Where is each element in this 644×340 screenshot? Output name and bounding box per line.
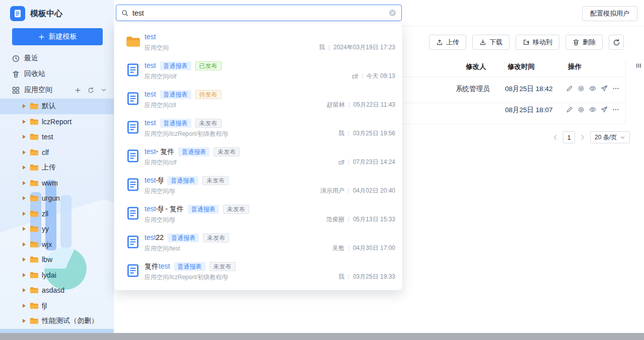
caret-right-icon[interactable] — [22, 150, 26, 155]
type-badge: 普通报表 — [160, 90, 191, 99]
app-space-actions — [75, 82, 107, 98]
caret-right-icon[interactable] — [22, 242, 26, 247]
tree-item-lbw[interactable]: lbw — [0, 252, 114, 268]
folder-tree: 默认 lczReport test clf 上传 — [0, 99, 114, 333]
search-result-folder[interactable]: test 应用空间 我 2024年03月19日 17:23 — [114, 28, 402, 56]
gear-icon[interactable] — [578, 106, 585, 113]
caret-right-icon[interactable] — [22, 318, 26, 323]
new-template-button[interactable]: 新建模板 — [12, 28, 103, 45]
caret-right-icon[interactable] — [22, 257, 26, 262]
more-actions-icon[interactable] — [612, 106, 619, 113]
row-actions — [566, 85, 619, 92]
sidebar-item-recent[interactable]: 最近 — [0, 51, 114, 66]
tree-item-zll[interactable]: zll — [0, 206, 114, 222]
caret-right-icon[interactable] — [22, 104, 26, 109]
column-settings-icon[interactable] — [635, 62, 642, 69]
divider — [348, 131, 349, 136]
publish-send-icon[interactable] — [601, 85, 608, 92]
result-meta: 吴敷 04月30日 17:00 — [332, 244, 395, 252]
caret-right-icon[interactable] — [22, 226, 26, 231]
search-result-report[interactable]: test 普通报表 已发布 应用空间/clf clf 今天 09:13 — [114, 56, 402, 85]
tree-item-fjl[interactable]: fjl — [0, 298, 114, 314]
tree-item-lydai[interactable]: lydai — [0, 268, 114, 283]
tree-item-default[interactable]: 默认 — [0, 99, 114, 114]
type-badge: 普通报表 — [178, 147, 209, 156]
tree-item-yy[interactable]: yy — [0, 221, 114, 237]
tree-item-label: 性能测试（勿删） — [42, 316, 98, 325]
status-badge: 未发布 — [202, 176, 229, 185]
search-result-report[interactable]: test 普通报表 未发布 应用空间/lczReport/初级教程/fjl 我 … — [114, 114, 402, 142]
caret-right-icon[interactable] — [22, 273, 26, 278]
publish-send-icon[interactable] — [601, 106, 608, 113]
tree-item-perf-test[interactable]: 性能测试（勿删） — [0, 313, 114, 329]
move-to-button[interactable]: 移动到 — [516, 35, 559, 50]
title-match: test — [145, 204, 156, 214]
add-space-icon[interactable] — [75, 87, 81, 94]
divider — [348, 217, 349, 222]
report-doc-icon — [125, 119, 140, 135]
delete-button[interactable]: 删除 — [565, 35, 603, 50]
search-result-report[interactable]: test-fjl 普通报表 未发布 应用空间/fjl 演示用户 04月02日 2… — [114, 171, 402, 200]
preview-eye-icon[interactable] — [589, 85, 596, 92]
result-time: 2024年03月19日 17:23 — [333, 43, 395, 52]
plus-icon — [38, 34, 45, 40]
caret-right-icon[interactable] — [22, 303, 26, 308]
tree-item-urgun[interactable]: urgun — [0, 191, 114, 206]
next-page-icon[interactable] — [579, 134, 586, 141]
search-result-report[interactable]: test22 普通报表 未发布 应用空间/test 吴敷 04月30日 17:0… — [114, 228, 402, 257]
result-title: test - 复件 普通报表 未发布 — [145, 147, 396, 156]
preview-eye-icon[interactable] — [589, 106, 596, 113]
caret-right-icon[interactable] — [22, 181, 26, 186]
tree-item-asdasd[interactable]: asdasd — [0, 283, 114, 298]
search-input[interactable] — [132, 9, 385, 17]
edit-icon[interactable] — [566, 85, 573, 92]
sidebar-section-app-space[interactable]: 应用空间 — [0, 82, 114, 98]
upload-label: 上传 — [446, 38, 459, 47]
upload-button[interactable]: 上传 — [429, 35, 466, 50]
more-actions-icon[interactable] — [612, 85, 619, 92]
edit-icon[interactable] — [566, 106, 573, 113]
tree-item-clf[interactable]: clf — [0, 145, 114, 160]
tree-item-wjx[interactable]: wjx — [0, 237, 114, 252]
caret-right-icon[interactable] — [22, 165, 26, 170]
caret-right-icon[interactable] — [22, 211, 26, 216]
tree-item-lczreport[interactable]: lczReport — [0, 114, 114, 130]
tree-item-clipped[interactable]: wj — [0, 329, 114, 333]
result-meta: clf 今天 09:13 — [352, 72, 395, 80]
divider — [362, 73, 363, 79]
divider — [348, 245, 349, 251]
title-match: test — [145, 61, 156, 70]
sidebar-item-recycle-bin[interactable]: 回收站 — [0, 66, 114, 81]
caret-right-icon[interactable] — [22, 288, 26, 293]
divider — [348, 274, 349, 280]
recycle-bin-label: 回收站 — [24, 69, 45, 78]
download-button[interactable]: 下载 — [472, 35, 510, 50]
clear-search-icon[interactable] — [389, 9, 396, 17]
delete-label: 删除 — [583, 38, 596, 47]
app-brand: 模板中心 — [10, 6, 62, 21]
search-result-report[interactable]: 复件test 普通报表 未发布 应用空间/lczReport/初级教程/fjl … — [114, 257, 402, 286]
search-result-report[interactable]: test - 复件 普通报表 未发布 应用空间/clf clf 07月23日 1… — [114, 142, 402, 171]
search-result-report[interactable]: test-fjl - 复件 普通报表 未发布 应用空间/fjl 范俊丽 05月1… — [114, 200, 402, 228]
refresh-tree-icon[interactable] — [88, 87, 94, 94]
search-result-report[interactable]: test 普通报表 待发布 应用空间/zll 赵留林 05月22日 11:43 — [114, 85, 402, 114]
result-time: 05月22日 11:43 — [353, 101, 395, 109]
folder-icon — [30, 210, 38, 217]
title-post: - 复件 — [156, 147, 175, 156]
trash-icon — [573, 39, 580, 46]
caret-right-icon[interactable] — [22, 196, 26, 201]
report-doc-icon — [125, 148, 140, 164]
tree-item-test[interactable]: test — [0, 129, 114, 145]
caret-right-icon[interactable] — [22, 134, 26, 139]
folder-icon — [30, 133, 38, 140]
prev-page-icon[interactable] — [552, 134, 559, 141]
caret-right-icon[interactable] — [22, 119, 26, 124]
page-number[interactable]: 1 — [563, 131, 575, 143]
refresh-list-button[interactable] — [609, 35, 624, 50]
page-size-select[interactable]: 20 条/页 — [590, 131, 630, 143]
collapse-chevron-icon[interactable] — [101, 87, 107, 93]
tree-item-wwm[interactable]: wwm — [0, 176, 114, 191]
tree-item-upload[interactable]: 上传 — [0, 160, 114, 176]
gear-icon[interactable] — [578, 85, 585, 92]
config-sim-user-button[interactable]: 配置模拟用户 — [582, 6, 637, 21]
